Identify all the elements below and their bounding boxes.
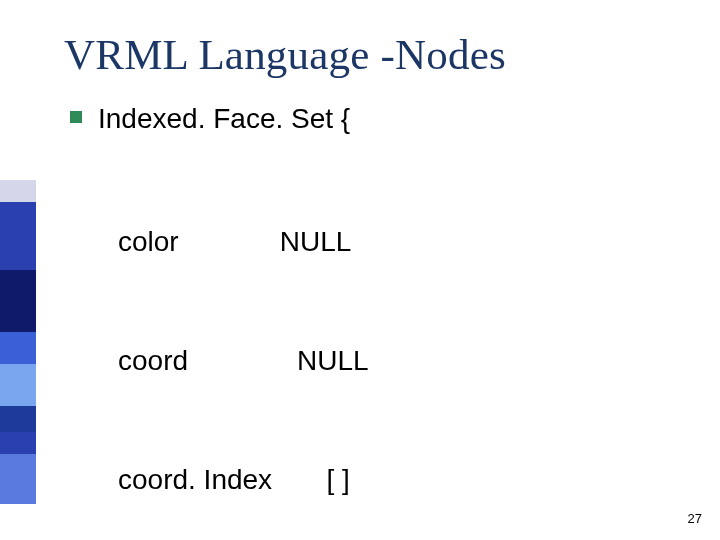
field-line: coord NULL bbox=[118, 341, 680, 381]
field-line: color NULL bbox=[118, 222, 680, 262]
decor-block bbox=[0, 310, 36, 332]
bullet-item: Indexed. Face. Set { bbox=[70, 101, 680, 136]
node-fields: color NULL coord NULL coord. Index [ ] n… bbox=[118, 142, 680, 540]
decor-block bbox=[0, 406, 36, 432]
square-bullet-icon bbox=[70, 111, 82, 123]
slide-content: VRML Language -Nodes Indexed. Face. Set … bbox=[64, 30, 680, 540]
decor-block bbox=[0, 454, 36, 504]
page-title: VRML Language -Nodes bbox=[64, 30, 680, 79]
decor-block bbox=[0, 202, 36, 252]
decor-block bbox=[0, 180, 36, 202]
decor-block bbox=[0, 432, 36, 454]
decor-block bbox=[0, 364, 36, 406]
field-line: coord. Index [ ] bbox=[118, 460, 680, 500]
decor-block bbox=[0, 252, 36, 270]
sidebar-decor bbox=[0, 180, 36, 504]
node-header: Indexed. Face. Set { bbox=[98, 101, 350, 136]
decor-block bbox=[0, 332, 36, 364]
page-number: 27 bbox=[688, 511, 702, 526]
decor-block bbox=[0, 270, 36, 310]
